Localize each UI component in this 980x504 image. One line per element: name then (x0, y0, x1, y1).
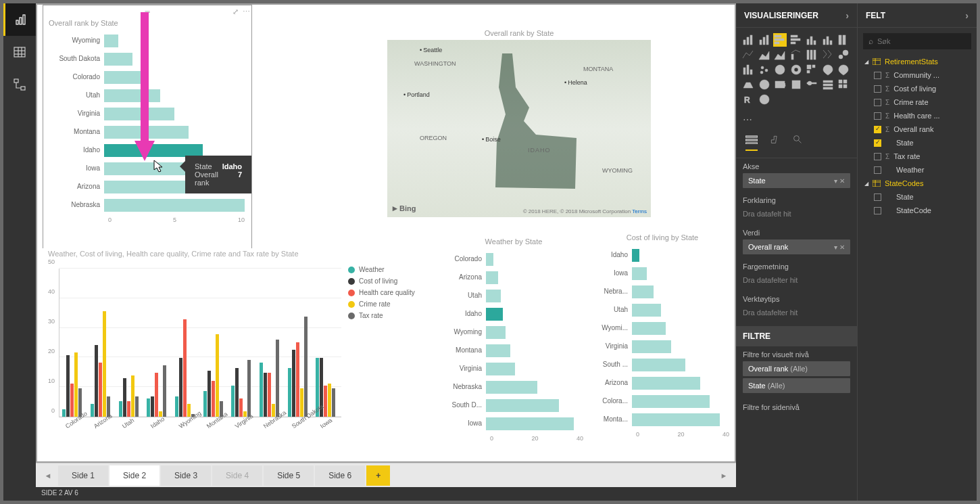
viz-type-icon[interactable] (805, 63, 818, 76)
bar-row[interactable]: Wyoming (444, 323, 583, 341)
field-item[interactable]: ΣOverall rank (858, 122, 977, 136)
bar-row[interactable]: Utah (444, 286, 583, 304)
field-item[interactable]: ΣTax rate (858, 150, 977, 163)
viz-type-icon[interactable] (758, 63, 771, 76)
search-input[interactable] (877, 37, 966, 45)
checkbox[interactable] (874, 126, 881, 133)
bar-row[interactable]: Idaho (595, 246, 729, 264)
field-item[interactable]: ΣCommunity ... (858, 68, 977, 82)
bar-row[interactable]: South Dakota (50, 49, 245, 68)
analytics-tab[interactable] (791, 135, 804, 151)
bar-row[interactable]: Colorado (444, 250, 583, 268)
viz-type-icon[interactable] (773, 33, 787, 47)
fields-tab[interactable] (745, 135, 758, 151)
format-tab[interactable] (768, 135, 781, 151)
viz-type-icon[interactable] (837, 63, 850, 76)
map-body[interactable]: WASHINGTON MONTANA OREGON IDAHO WYOMING … (387, 40, 651, 217)
filter-item[interactable]: State (Alle) (743, 378, 850, 393)
legend-item[interactable]: Weather (348, 266, 436, 273)
filter-item[interactable]: Overall rank (Alle) (743, 361, 850, 376)
field-table-header[interactable]: ◢StateCodes (858, 177, 977, 190)
viz-type-icon[interactable]: 123 (773, 78, 787, 91)
tab-prev-button[interactable]: ◄ (39, 466, 57, 485)
add-page-button[interactable]: + (366, 465, 390, 486)
bar-row[interactable]: Arizona (595, 373, 729, 392)
report-view-button[interactable] (3, 3, 36, 36)
viz-type-icon[interactable] (805, 48, 818, 62)
viz-type-icon[interactable] (741, 63, 755, 76)
viz-type-icon[interactable] (837, 33, 850, 47)
checkbox[interactable] (874, 99, 881, 106)
checkbox[interactable] (874, 72, 881, 79)
page-tab[interactable]: Side 6 (315, 465, 365, 486)
page-tab[interactable]: Side 1 (58, 465, 108, 486)
viz-type-icon[interactable] (821, 48, 835, 62)
viz-type-icon[interactable] (837, 78, 850, 91)
viz-type-icon[interactable] (789, 48, 803, 62)
bar-row[interactable]: Nebraska (444, 377, 583, 396)
viz-type-icon[interactable] (789, 33, 803, 47)
bar-row[interactable]: Utah (50, 86, 245, 104)
field-item[interactable]: State (858, 136, 977, 150)
legend-item[interactable]: Health care quality (348, 289, 436, 296)
focus-mode-icon[interactable]: ⤢ (232, 7, 239, 16)
field-item[interactable]: ΣCost of living (858, 82, 977, 95)
search-fields[interactable]: ⌕ (863, 33, 971, 49)
well-saturation-drop[interactable]: Dra datafelter hit (743, 273, 850, 287)
viz-type-icon[interactable] (741, 33, 755, 47)
collapse-icon[interactable]: › (846, 10, 849, 21)
viz-type-icon[interactable] (741, 48, 755, 62)
viz-type-icon[interactable] (789, 63, 803, 76)
checkbox[interactable] (874, 193, 881, 201)
bar-row[interactable]: Arizona (444, 268, 583, 286)
bar-row[interactable]: Idaho (444, 304, 583, 323)
collapse-icon[interactable]: › (965, 10, 969, 21)
checkbox[interactable] (874, 112, 881, 120)
field-item[interactable]: StateCode (858, 204, 977, 217)
viz-type-icon[interactable] (741, 78, 755, 91)
legend-item[interactable]: Tax rate (348, 312, 436, 319)
viz-type-icon[interactable] (758, 78, 771, 91)
visual-weather[interactable]: Weather by State ColoradoArizonaUtahIdah… (440, 236, 587, 459)
well-legend-drop[interactable]: Dra datafelt hit (743, 207, 850, 221)
checkbox[interactable] (874, 166, 881, 174)
page-tab[interactable]: Side 5 (264, 465, 314, 486)
bar-row[interactable]: Wyomi... (595, 319, 729, 337)
visual-overall-rank[interactable]: ═ ⤢ ⋯ Overall rank by State WyomingSouth… (43, 5, 252, 252)
bar-row[interactable]: Iowa (444, 414, 583, 432)
viz-type-icon[interactable] (773, 63, 787, 76)
field-table-header[interactable]: ◢RetirementStats (858, 55, 977, 68)
bar-row[interactable]: Utah (595, 300, 729, 319)
visual-map[interactable]: Overall rank by State WASHINGTON MONTANA… (387, 40, 651, 217)
field-item[interactable]: Weather (858, 163, 977, 177)
bar-row[interactable]: Colora... (595, 392, 729, 410)
field-item[interactable]: State (858, 190, 977, 204)
tab-next-button[interactable]: ► (714, 466, 733, 485)
visual-cost[interactable]: Cost of living by State IdahoIowaNebra..… (591, 232, 733, 459)
viz-type-icon[interactable]: R (741, 93, 755, 106)
bar-row[interactable]: Wyoming (50, 31, 245, 49)
viz-type-icon[interactable] (821, 78, 835, 91)
viz-type-icon[interactable] (805, 33, 818, 47)
bar-row[interactable]: Iowa (595, 264, 729, 282)
bar-row[interactable]: Virginia (50, 104, 245, 122)
well-tooltips-drop[interactable]: Dra datafelter hit (743, 306, 850, 319)
bar-row[interactable]: South ... (595, 355, 729, 373)
report-canvas[interactable]: ═ ⤢ ⋯ Overall rank by State WyomingSouth… (37, 5, 735, 461)
viz-more-button[interactable]: ⋯ (736, 112, 857, 128)
legend-item[interactable]: Cost of living (348, 277, 436, 285)
data-view-button[interactable] (3, 36, 36, 68)
viz-type-icon[interactable] (758, 33, 771, 47)
viz-type-icon[interactable] (773, 48, 787, 62)
bar-row[interactable]: Monta... (595, 410, 729, 428)
bar-row[interactable]: Virginia (444, 359, 583, 377)
bar-row[interactable]: Nebra... (595, 282, 729, 300)
checkbox[interactable] (874, 85, 881, 93)
viz-type-icon[interactable] (837, 48, 850, 62)
viz-type-icon[interactable] (805, 78, 818, 91)
field-item[interactable]: ΣHealth care ... (858, 109, 977, 122)
drag-handle-icon[interactable]: ═ (145, 8, 149, 16)
page-tab[interactable]: Side 2 (109, 465, 160, 486)
bar-row[interactable]: Nebraska (50, 196, 245, 214)
field-item[interactable]: ΣCrime rate (858, 95, 977, 109)
